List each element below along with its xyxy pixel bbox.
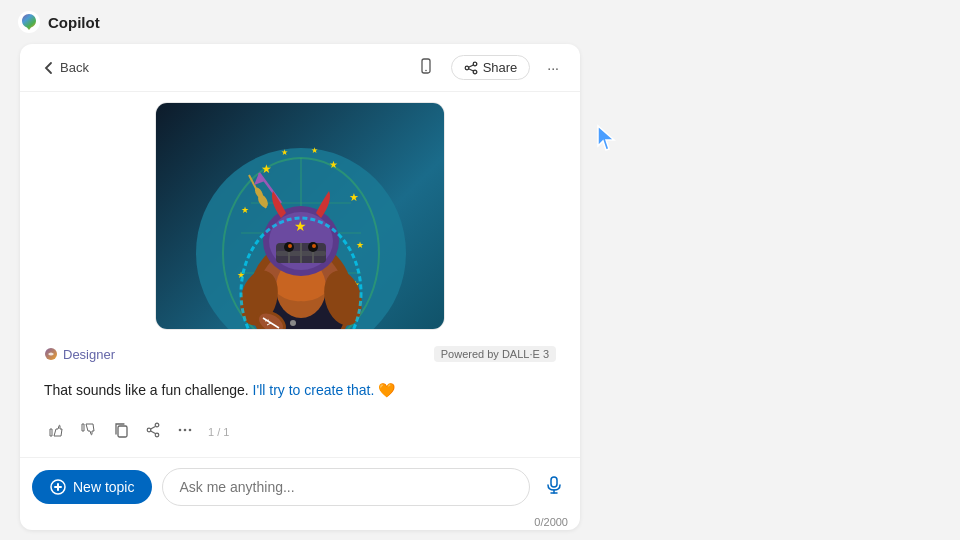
designer-row: Designer Powered by DALL·E 3 — [34, 340, 566, 368]
designer-name: Designer — [63, 347, 115, 362]
svg-point-70 — [189, 429, 192, 432]
svg-text:★: ★ — [294, 218, 307, 234]
topbar: Copilot — [0, 0, 960, 44]
svg-rect-74 — [551, 477, 557, 487]
share-icon — [464, 61, 478, 75]
svg-line-7 — [468, 68, 473, 70]
svg-point-51 — [288, 244, 292, 248]
back-label: Back — [60, 60, 89, 75]
svg-point-65 — [155, 433, 159, 437]
new-topic-button[interactable]: New topic — [32, 470, 152, 504]
generated-image: ★ ★ ★ ★ ★ ★ ★ ★ ★ — [156, 103, 445, 330]
copy-button[interactable] — [108, 419, 134, 445]
svg-point-3 — [473, 62, 477, 66]
svg-point-68 — [179, 429, 182, 432]
back-icon — [42, 61, 56, 75]
share-button[interactable]: Share — [451, 55, 531, 80]
designer-icon — [44, 347, 58, 361]
svg-text:★: ★ — [281, 148, 288, 157]
svg-point-4 — [465, 66, 469, 70]
mic-icon — [544, 475, 564, 495]
svg-line-6 — [468, 65, 473, 67]
mic-button[interactable] — [540, 471, 568, 504]
svg-point-2 — [425, 70, 427, 72]
svg-rect-62 — [118, 426, 127, 437]
svg-line-66 — [151, 426, 156, 429]
svg-rect-48 — [276, 251, 326, 256]
thumbs-up-icon — [49, 422, 65, 438]
phone-icon — [418, 58, 434, 74]
response-plain: That sounds like a fun challenge. — [44, 382, 253, 398]
svg-text:★: ★ — [241, 205, 249, 215]
thumbs-down-icon — [81, 422, 97, 438]
more-feedback-button[interactable] — [172, 419, 198, 445]
char-count: 0/2000 — [20, 516, 580, 530]
share-small-icon — [145, 422, 161, 438]
share-label: Share — [483, 60, 518, 75]
svg-marker-77 — [598, 126, 614, 150]
svg-text:★: ★ — [261, 162, 272, 176]
generated-image-card: ★ ★ ★ ★ ★ ★ ★ ★ ★ — [155, 102, 445, 330]
back-button[interactable]: Back — [34, 56, 97, 79]
feedback-row: 1 / 1 — [34, 417, 566, 451]
chat-input-area: New topic — [20, 457, 580, 516]
ask-input[interactable] — [162, 468, 530, 506]
svg-text:★: ★ — [329, 159, 338, 170]
svg-point-63 — [155, 423, 159, 427]
svg-text:★: ★ — [349, 191, 359, 203]
share-feedback-button[interactable] — [140, 419, 166, 445]
app-title: Copilot — [48, 14, 100, 31]
thumbs-down-button[interactable] — [76, 419, 102, 445]
chat-topbar: Back Share ··· — [20, 44, 580, 92]
svg-point-52 — [312, 244, 316, 248]
more-icon: ··· — [547, 60, 559, 76]
svg-point-31 — [290, 320, 296, 326]
right-panel — [596, 44, 940, 530]
designer-label: Designer — [44, 347, 115, 362]
more-button[interactable]: ··· — [540, 56, 566, 80]
dalle-badge: Powered by DALL·E 3 — [434, 346, 556, 362]
svg-text:★: ★ — [356, 240, 364, 250]
svg-point-64 — [147, 428, 151, 432]
response-count: 1 / 1 — [208, 426, 229, 438]
svg-line-67 — [151, 431, 156, 434]
copilot-logo — [18, 11, 40, 33]
chat-messages: ★ ★ ★ ★ ★ ★ ★ ★ ★ — [20, 92, 580, 457]
response-emoji: 🧡 — [378, 382, 395, 398]
main-area: Back Share ··· — [0, 44, 960, 540]
copy-icon — [113, 422, 129, 438]
svg-point-5 — [473, 70, 477, 74]
cursor-icon — [596, 124, 616, 152]
chat-panel: Back Share ··· — [20, 44, 580, 530]
svg-text:★: ★ — [311, 146, 318, 155]
new-topic-icon — [50, 479, 66, 495]
football-bear-illustration: ★ ★ ★ ★ ★ ★ ★ ★ ★ — [181, 113, 421, 330]
new-topic-label: New topic — [73, 479, 134, 495]
more-icon — [177, 422, 193, 438]
response-text: That sounds like a fun challenge. I'll t… — [34, 378, 566, 407]
thumbs-up-button[interactable] — [44, 419, 70, 445]
phone-icon-button[interactable] — [411, 54, 441, 81]
svg-point-69 — [184, 429, 187, 432]
response-highlight: I'll try to create that. — [253, 382, 375, 398]
